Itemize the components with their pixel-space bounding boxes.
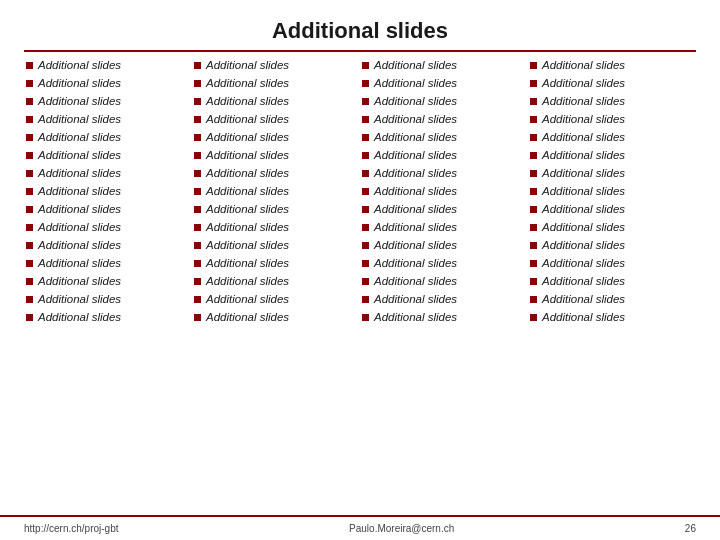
- bullet-square-icon: [530, 242, 537, 249]
- bullet-square-icon: [530, 278, 537, 285]
- bullet-item-label: Additional slides: [38, 185, 121, 197]
- bullet-item-label: Additional slides: [374, 131, 457, 143]
- grid-col-2: Additional slidesAdditional slidesAdditi…: [360, 56, 528, 326]
- grid-col-1: Additional slidesAdditional slidesAdditi…: [192, 56, 360, 326]
- bullet-item-label: Additional slides: [374, 203, 457, 215]
- bullet-item-label: Additional slides: [374, 311, 457, 323]
- bullet-square-icon: [530, 188, 537, 195]
- list-item: Additional slides: [360, 164, 528, 182]
- list-item: Additional slides: [192, 128, 360, 146]
- list-item: Additional slides: [192, 218, 360, 236]
- bullet-item-label: Additional slides: [542, 275, 625, 287]
- bullet-square-icon: [362, 98, 369, 105]
- bullet-square-icon: [194, 224, 201, 231]
- bullet-item-label: Additional slides: [206, 95, 289, 107]
- bullet-item-label: Additional slides: [206, 221, 289, 233]
- bullet-square-icon: [530, 296, 537, 303]
- list-item: Additional slides: [360, 254, 528, 272]
- bullet-square-icon: [194, 206, 201, 213]
- bullet-item-label: Additional slides: [206, 239, 289, 251]
- bullet-square-icon: [194, 62, 201, 69]
- bullet-item-label: Additional slides: [38, 167, 121, 179]
- list-item: Additional slides: [24, 146, 192, 164]
- list-item: Additional slides: [528, 92, 696, 110]
- bullet-square-icon: [530, 62, 537, 69]
- bullet-square-icon: [26, 80, 33, 87]
- bullet-item-label: Additional slides: [542, 149, 625, 161]
- bullet-square-icon: [362, 80, 369, 87]
- bullet-square-icon: [26, 188, 33, 195]
- list-item: Additional slides: [360, 200, 528, 218]
- list-item: Additional slides: [528, 218, 696, 236]
- bullet-square-icon: [362, 314, 369, 321]
- bullet-item-label: Additional slides: [374, 185, 457, 197]
- bullet-square-icon: [26, 134, 33, 141]
- bullet-square-icon: [194, 278, 201, 285]
- bullet-item-label: Additional slides: [374, 221, 457, 233]
- bullet-square-icon: [26, 278, 33, 285]
- bullet-item-label: Additional slides: [206, 77, 289, 89]
- bullet-item-label: Additional slides: [38, 257, 121, 269]
- list-item: Additional slides: [360, 128, 528, 146]
- bullet-item-label: Additional slides: [206, 167, 289, 179]
- list-item: Additional slides: [24, 308, 192, 326]
- bullet-item-label: Additional slides: [374, 59, 457, 71]
- bullet-square-icon: [530, 314, 537, 321]
- bullet-square-icon: [362, 224, 369, 231]
- bullet-square-icon: [194, 314, 201, 321]
- bullet-square-icon: [194, 116, 201, 123]
- grid-col-0: Additional slidesAdditional slidesAdditi…: [24, 56, 192, 326]
- slide-title: Additional slides: [272, 18, 448, 43]
- bullet-square-icon: [362, 242, 369, 249]
- footer-page: 26: [685, 523, 696, 534]
- list-item: Additional slides: [24, 236, 192, 254]
- bullet-square-icon: [194, 260, 201, 267]
- bullet-item-label: Additional slides: [38, 95, 121, 107]
- bullet-square-icon: [530, 80, 537, 87]
- list-item: Additional slides: [528, 200, 696, 218]
- list-item: Additional slides: [528, 74, 696, 92]
- bullet-item-label: Additional slides: [542, 167, 625, 179]
- bullet-square-icon: [362, 134, 369, 141]
- bullet-square-icon: [26, 116, 33, 123]
- bullet-square-icon: [530, 224, 537, 231]
- bullet-item-label: Additional slides: [206, 203, 289, 215]
- bullet-square-icon: [530, 152, 537, 159]
- list-item: Additional slides: [24, 182, 192, 200]
- bullet-square-icon: [530, 116, 537, 123]
- list-item: Additional slides: [192, 110, 360, 128]
- list-item: Additional slides: [528, 110, 696, 128]
- list-item: Additional slides: [528, 254, 696, 272]
- footer-url: http://cern.ch/proj-gbt: [24, 523, 119, 534]
- list-item: Additional slides: [192, 272, 360, 290]
- slide-footer: http://cern.ch/proj-gbt Paulo.Moreira@ce…: [0, 515, 720, 540]
- bullet-item-label: Additional slides: [374, 167, 457, 179]
- bullet-item-label: Additional slides: [374, 239, 457, 251]
- bullet-item-label: Additional slides: [542, 59, 625, 71]
- bullet-square-icon: [362, 62, 369, 69]
- bullet-square-icon: [26, 206, 33, 213]
- list-item: Additional slides: [24, 290, 192, 308]
- bullet-item-label: Additional slides: [206, 275, 289, 287]
- bullet-item-label: Additional slides: [38, 77, 121, 89]
- bullet-square-icon: [362, 278, 369, 285]
- list-item: Additional slides: [192, 164, 360, 182]
- bullet-square-icon: [26, 152, 33, 159]
- list-item: Additional slides: [24, 110, 192, 128]
- list-item: Additional slides: [360, 236, 528, 254]
- bullet-square-icon: [362, 188, 369, 195]
- list-item: Additional slides: [528, 272, 696, 290]
- list-item: Additional slides: [24, 92, 192, 110]
- list-item: Additional slides: [24, 218, 192, 236]
- list-item: Additional slides: [528, 290, 696, 308]
- bullet-square-icon: [194, 188, 201, 195]
- bullet-square-icon: [194, 296, 201, 303]
- bullet-square-icon: [362, 296, 369, 303]
- list-item: Additional slides: [24, 56, 192, 74]
- bullet-item-label: Additional slides: [374, 149, 457, 161]
- bullet-square-icon: [26, 62, 33, 69]
- bullet-item-label: Additional slides: [542, 257, 625, 269]
- bullet-square-icon: [530, 98, 537, 105]
- bullet-item-label: Additional slides: [374, 77, 457, 89]
- list-item: Additional slides: [192, 308, 360, 326]
